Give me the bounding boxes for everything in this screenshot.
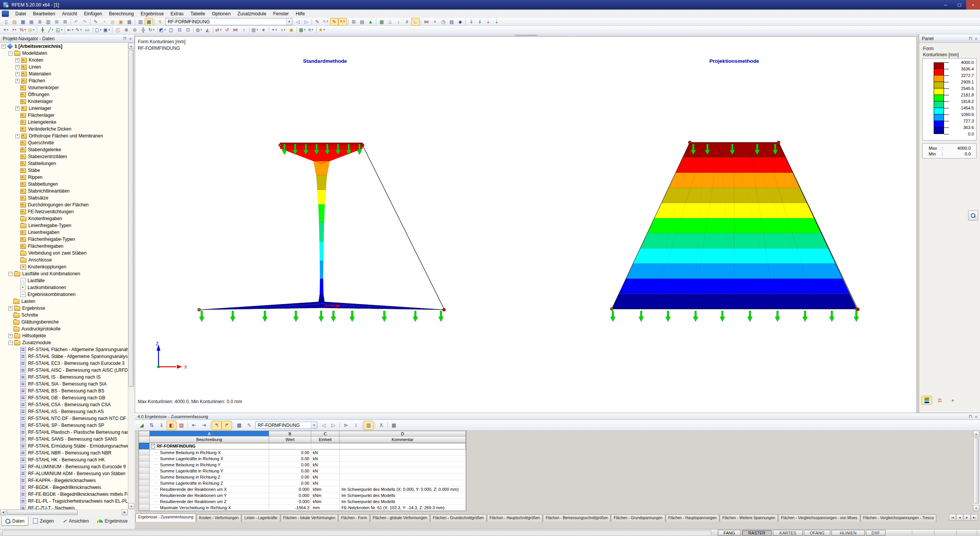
row-gutter[interactable] [139,505,150,511]
results-tab[interactable]: Flächen - Form [338,514,370,522]
load-arrow-blue-2-button[interactable]: ⇓ [475,18,484,26]
calculator-button[interactable]: ▦ [389,421,399,430]
tree-item[interactable]: Stabnichtlinearitäten [0,188,128,194]
column-letter[interactable]: D [340,431,466,436]
tree-item[interactable]: +Linienlager [0,105,128,112]
row-gutter[interactable] [139,486,150,492]
table-row[interactable]: Summe Lagerkräfte in Richtung X0.00kN [139,456,466,462]
open-file-button[interactable]: ▤ [10,18,19,26]
new-surface-button[interactable]: ◱▼ [55,26,64,34]
info-comment-button[interactable]: i [351,421,361,430]
tree-item[interactable]: +Knoten [0,57,128,64]
tree-item[interactable]: RF-C-ZU-T - Nachweis [0,505,128,509]
favorites-button[interactable]: ★▼ [318,26,326,34]
tree-item[interactable]: ✕Knotenkopplungen [0,263,128,270]
tree-expander[interactable]: + [15,79,20,83]
table-split-view-button[interactable]: ◧ [167,421,176,430]
line-grid-button[interactable]: ▤▼ [251,26,259,34]
tree-item[interactable]: RF-ALUMINIUM ADM - Bemessung von Stäben [0,470,128,477]
zoom-window-button[interactable]: ◰ [114,26,122,34]
tree-expander[interactable]: + [15,72,20,76]
results-table-mode-button[interactable]: ◢ [137,421,147,430]
tree-item[interactable]: Stabteilungen [0,160,128,167]
tree-item[interactable]: RF-STAHL AISC - Bemessung nach AISC (LRF… [0,367,128,374]
find-flag-button[interactable]: ⊳ [341,421,351,430]
results-tab[interactable]: Flächen - Weitere Spannungen [720,514,778,522]
results-tab[interactable]: Flächen - Vergleichsspannungen - von Mis… [778,514,860,522]
tree-item[interactable]: +Hilfsobjekte [0,332,128,339]
units-settings-button[interactable]: ∗ [259,26,268,34]
table-row[interactable]: Summe Belastung in Richtung X0.00kN [139,449,466,456]
tree-item[interactable]: Glättungsbereiche [0,319,128,325]
tree-expander[interactable]: − [2,44,6,49]
tree-item[interactable]: Ausdruckprotokolle [0,325,128,332]
column-left-button[interactable]: ⇤ [189,421,199,430]
result-filter-bars-button[interactable]: ▥ [364,421,374,430]
scroll-right-icon[interactable]: ▶ [122,509,128,515]
results-tab[interactable]: Flächen - Grundschnittgrößen [430,514,487,522]
panel-colorscale-button[interactable] [921,396,932,405]
view-in-z-button[interactable]: ⊡ [184,26,192,34]
last-input-button[interactable]: ✎ [91,18,100,26]
maximize-button[interactable]: ▢ [952,0,966,10]
status-toggle-ofang[interactable]: OFANG [804,530,830,536]
status-toggle-kartes[interactable]: KARTES [773,530,803,536]
rotate-view-button[interactable]: ↻▼ [147,26,156,34]
navigator-vscrollbar[interactable]: ▲▼ [128,43,135,509]
tree-item[interactable]: RF-STAHL NBR - Bemessung nach NBR [0,449,128,456]
tree-item[interactable]: RF-STAHL Plastisch - Plastische Bemessun… [0,429,128,436]
tree-item[interactable]: Stabbettungen [0,181,128,188]
move-copy-button[interactable]: ⇄▼ [214,26,223,34]
tree-item[interactable]: Volumenkörper [0,84,128,91]
redo-button[interactable]: ↷ [80,18,89,26]
tree-item[interactable]: RF-STAHL SIA - Bemessung nach SIA [0,381,128,387]
scroll-left-icon[interactable]: ◀ [0,509,6,515]
tree-item[interactable]: Knotenfreigaben [0,215,128,222]
print-graphic-button[interactable]: ⊞ [350,18,358,26]
zoom-out-button[interactable]: ⊖ [131,26,139,34]
loadcase-button[interactable]: ↯ [156,18,164,26]
show-result-values-button[interactable]: ˣ·ˣ [322,18,330,26]
jump-next-button[interactable]: ↱ [222,421,232,430]
mass-print-button[interactable]: ▤ [358,18,366,26]
delete-results-button[interactable]: × [431,18,439,26]
menu-extras[interactable]: Extras [167,10,187,18]
scroll-down-icon[interactable]: ▼ [973,505,979,511]
tree-item[interactable]: Linienfreigabe-Typen [0,222,128,229]
tree-item[interactable]: RF-STAHL Ermüdung Stäbe - Ermüdungsnachw… [0,443,128,449]
print-preview-button[interactable]: ▥ [44,18,52,26]
menu-bearbeiten[interactable]: Bearbeiten [29,10,59,18]
copy-view-button[interactable]: ▩ [125,18,134,26]
tree-item[interactable]: Schnitte [0,312,128,319]
table-download-button[interactable]: ⇓ [157,421,167,430]
status-toggle-fang[interactable]: FANG [718,530,741,536]
table-rows-filter-button[interactable]: ⇅ [147,421,157,430]
table-grid-toggle-button[interactable]: ▦ [234,421,244,430]
mirror-copy-button[interactable]: ⋈ [231,26,240,34]
previous-loadcase-button[interactable]: ◁ [294,18,302,26]
tree-item[interactable]: −Modelldaten [0,50,128,57]
pan-view-button[interactable]: ╬ [139,26,147,34]
connect-modules-button[interactable]: ◆ [456,18,464,26]
protocol-button[interactable]: ▤ [448,18,456,26]
tree-expander[interactable]: + [15,58,20,62]
menu-ergebnisse[interactable]: Ergebnisse [137,10,167,18]
next-loadcase-button[interactable]: ▷ [302,18,310,26]
supports-toggle-button[interactable]: ⊥ [386,18,394,26]
new-line-button[interactable]: ╱▼ [47,26,55,34]
table-edit-mode-button[interactable]: ✎ [244,421,254,430]
row-gutter[interactable] [139,474,150,480]
table-row[interactable]: Summe Belastung in Richtung Y0.00kN [139,462,466,468]
row-gutter[interactable] [139,443,150,449]
tree-expander[interactable]: + [15,134,20,138]
navigator-tab-daten[interactable]: Daten [2,516,28,526]
results-tab[interactable]: Flächen - Grundspannungen [611,514,665,522]
tree-item[interactable]: Stabendgelenke [0,146,128,153]
table-row[interactable]: Summe Belastung in Richtung Z0.00kN [139,474,466,480]
tree-item[interactable]: RF-STAHL CSA - Bemessung nach CSA [0,401,128,408]
zoom-in-button[interactable]: ⊕ [122,26,131,34]
edit-guide-button[interactable]: ◎▼ [27,26,36,34]
graphics-viewport[interactable]: ZX Form Konturlinien [mm] RF-FORMFINDUNG… [135,37,917,413]
tree-item[interactable]: −Lastfälle und Kombinationen [0,270,128,277]
results-vscrollbar[interactable]: ▲▼ [973,431,980,511]
